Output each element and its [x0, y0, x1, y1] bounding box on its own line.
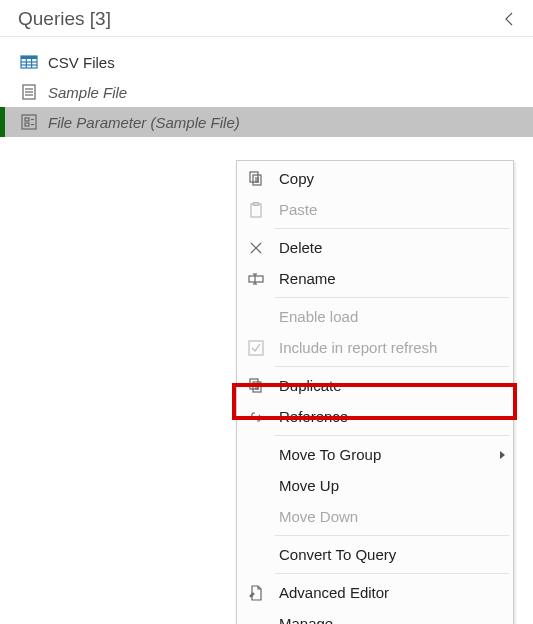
rename-icon	[243, 266, 269, 292]
menu-copy[interactable]: Copy	[237, 163, 513, 194]
panel-header: Queries [3]	[0, 0, 533, 37]
checkbox-checked-icon	[243, 335, 269, 361]
menu-label: Copy	[279, 170, 314, 187]
menu-separator	[275, 535, 509, 536]
menu-delete[interactable]: Delete	[237, 232, 513, 263]
svg-rect-12	[25, 123, 29, 126]
query-label: CSV Files	[48, 54, 115, 71]
blank-icon	[243, 542, 269, 568]
duplicate-icon	[243, 373, 269, 399]
menu-label: Rename	[279, 270, 336, 287]
svg-rect-10	[22, 115, 36, 129]
menu-label: Include in report refresh	[279, 339, 437, 356]
parameter-icon	[20, 113, 38, 131]
menu-convert-to-query[interactable]: Convert To Query	[237, 539, 513, 570]
query-label: Sample File	[48, 84, 127, 101]
menu-duplicate[interactable]: Duplicate	[237, 370, 513, 401]
query-item-file-parameter[interactable]: File Parameter (Sample File)	[0, 107, 533, 137]
menu-rename[interactable]: Rename	[237, 263, 513, 294]
menu-label: Duplicate	[279, 377, 342, 394]
menu-include-refresh: Include in report refresh	[237, 332, 513, 363]
menu-separator	[275, 435, 509, 436]
delete-icon	[243, 235, 269, 261]
menu-separator	[275, 366, 509, 367]
blank-icon	[243, 304, 269, 330]
collapse-chevron-icon[interactable]	[501, 10, 519, 28]
svg-rect-11	[25, 118, 29, 121]
query-item-csv-files[interactable]: CSV Files	[0, 47, 533, 77]
blank-icon	[243, 473, 269, 499]
menu-separator	[275, 297, 509, 298]
menu-label: Move Down	[279, 508, 358, 525]
menu-move-down: Move Down	[237, 501, 513, 532]
menu-separator	[275, 228, 509, 229]
advanced-editor-icon	[243, 580, 269, 606]
document-icon	[20, 83, 38, 101]
menu-label: Advanced Editor	[279, 584, 389, 601]
menu-enable-load: Enable load	[237, 301, 513, 332]
copy-icon	[243, 166, 269, 192]
query-item-sample-file[interactable]: Sample File	[0, 77, 533, 107]
menu-label: Move To Group	[279, 446, 381, 463]
menu-move-to-group[interactable]: Move To Group	[237, 439, 513, 470]
reference-icon	[243, 404, 269, 430]
table-icon	[20, 53, 38, 71]
menu-reference[interactable]: Reference	[237, 401, 513, 432]
menu-manage[interactable]: Manage…	[237, 608, 513, 624]
panel-title: Queries [3]	[18, 8, 111, 30]
menu-label: Reference	[279, 408, 348, 425]
menu-label: Manage…	[279, 615, 348, 624]
menu-move-up[interactable]: Move Up	[237, 470, 513, 501]
menu-label: Delete	[279, 239, 322, 256]
submenu-arrow-icon	[500, 451, 505, 459]
query-label: File Parameter (Sample File)	[48, 114, 240, 131]
query-list: CSV Files Sample File	[0, 37, 533, 137]
svg-rect-1	[21, 56, 37, 59]
blank-icon	[243, 442, 269, 468]
menu-label: Move Up	[279, 477, 339, 494]
menu-label: Enable load	[279, 308, 358, 325]
blank-icon	[243, 611, 269, 625]
blank-icon	[243, 504, 269, 530]
menu-advanced-editor[interactable]: Advanced Editor	[237, 577, 513, 608]
svg-rect-24	[249, 276, 263, 282]
context-menu: Copy Paste Delete Rename Enable load	[236, 160, 514, 624]
menu-label: Paste	[279, 201, 317, 218]
menu-separator	[275, 573, 509, 574]
paste-icon	[243, 197, 269, 223]
menu-paste: Paste	[237, 194, 513, 225]
queries-panel: Queries [3] CSV Files	[0, 0, 533, 624]
menu-label: Convert To Query	[279, 546, 396, 563]
svg-rect-28	[249, 341, 263, 355]
